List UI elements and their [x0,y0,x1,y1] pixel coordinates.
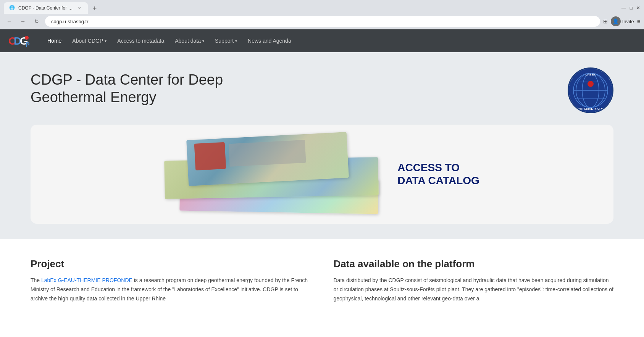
labex-inner: G-EAUTHERMIE PROFONDE LABEX [569,69,612,112]
tab-title: CDGP - Data Center for Deep Ge... [18,5,73,11]
forward-button[interactable]: → [18,16,28,27]
back-button[interactable]: ← [4,16,15,27]
content-section: Project The LabEx G-EAU-THERMIE PROFONDE… [0,239,644,322]
site-navbar: C D G P HomeAbout CDGP ▾Access to metada… [0,29,644,52]
extensions-icon[interactable]: ⊞ [603,18,608,24]
nav-links: HomeAbout CDGP ▾Access to metadataAbout … [42,35,297,47]
refresh-button[interactable]: ↻ [31,16,42,27]
minimize-button[interactable]: — [621,5,626,11]
nav-link-about-data[interactable]: About data ▾ [169,35,210,47]
hero-title: CDGP - Data Center for Deep Geothermal E… [31,71,260,106]
browser-menu-icon[interactable]: ≡ [637,18,640,24]
title-bar-left: 🌐 CDGP - Data Center for Deep Ge... ✕ + [4,2,100,14]
tab-bar: 🌐 CDGP - Data Center for Deep Ge... ✕ + [4,2,100,14]
catalog-text: ACCESS TO DATA CATALOG [397,161,479,187]
svg-point-4 [25,36,29,40]
logo-svg: C D G P [8,32,31,49]
project-text: The LabEx G-EAU-THERMIE PROFONDE is a re… [31,276,311,303]
profile-icon: 👤 [611,16,621,26]
hero-section: CDGP - Data Center for Deep Geothermal E… [0,52,644,239]
nav-link-news-and-agenda[interactable]: News and Agenda [242,35,297,47]
project-column: Project The LabEx G-EAU-THERMIE PROFONDE… [31,258,311,303]
site-logo[interactable]: C D G P [8,32,31,49]
svg-point-13 [588,81,594,87]
address-bar-row: ← → ↻ ⊞ 👤 Invite ≡ [0,14,644,29]
catalog-images [165,136,386,212]
dropdown-arrow: ▾ [105,39,107,43]
window-controls: — □ ✕ [621,5,640,11]
data-platform-column: Data available on the platform Data dist… [334,258,614,303]
labex-globe-svg: G-EAUTHERMIE PROFONDE LABEX [569,69,612,112]
tab-favicon: 🌐 [9,5,15,11]
nav-link-home[interactable]: Home [42,35,67,47]
labex-link[interactable]: LabEx G-EAU-THERMIE PROFONDE [41,277,132,283]
close-button[interactable]: ✕ [636,5,640,11]
address-input[interactable] [45,16,600,27]
maximize-button[interactable]: □ [630,5,633,11]
svg-text:G-EAUTHERMIE PROFONDE: G-EAUTHERMIE PROFONDE [572,108,609,110]
dropdown-arrow: ▾ [235,39,237,43]
new-tab-button[interactable]: + [89,3,100,14]
hero-top: CDGP - Data Center for Deep Geothermal E… [31,71,613,113]
profile-button[interactable]: 👤 Invite [611,16,634,26]
data-platform-title: Data available on the platform [334,258,614,270]
active-tab[interactable]: 🌐 CDGP - Data Center for Deep Ge... ✕ [4,2,88,14]
browser-chrome: 🌐 CDGP - Data Center for Deep Ge... ✕ + … [0,0,644,29]
title-bar: 🌐 CDGP - Data Center for Deep Ge... ✕ + … [0,0,644,14]
project-title: Project [31,258,311,270]
svg-text:LABEX: LABEX [585,73,596,76]
map-stack [165,136,386,212]
close-tab-button[interactable]: ✕ [76,5,82,11]
svg-text:P: P [26,42,30,48]
profile-label: Invite [622,19,634,24]
nav-link-support[interactable]: Support ▾ [210,35,242,47]
labex-logo[interactable]: G-EAUTHERMIE PROFONDE LABEX [568,67,613,113]
nav-link-access-to-metadata[interactable]: Access to metadata [112,35,169,47]
dropdown-arrow: ▾ [202,39,204,43]
map-industrial [186,132,349,186]
nav-link-about-cdgp[interactable]: About CDGP ▾ [67,35,112,47]
title-bar-right: — □ ✕ [621,5,640,11]
data-platform-text: Data distributed by the CDGP consist of … [334,276,614,303]
catalog-card[interactable]: ACCESS TO DATA CATALOG [31,125,613,224]
